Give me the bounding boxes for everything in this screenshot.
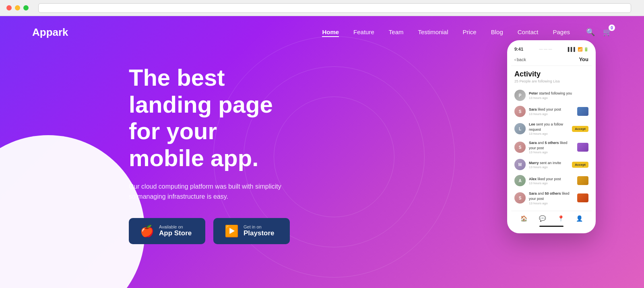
profile-nav-icon[interactable]: 👤 xyxy=(576,215,583,222)
avatar-alex: A xyxy=(514,175,526,186)
phone-nav-bar: ‹ back You xyxy=(511,55,592,66)
avatar-sara-3: S xyxy=(514,192,526,204)
phone-mockup-wrapper: 9:41 — — — ▌▌▌ 📶 🔋 ‹ back You Activity 2… xyxy=(507,40,596,233)
battery-icon: 🔋 xyxy=(584,47,588,51)
logo[interactable]: Appark xyxy=(32,26,68,39)
nav-item-testimonial[interactable]: Testimonial xyxy=(418,29,448,36)
thumb-3 xyxy=(577,176,588,185)
activity-item-5: M Marry sent an invite 13 hours ago Acce… xyxy=(511,156,592,173)
activity-item-2: S Sara liked your post 13 hours ago xyxy=(511,103,592,119)
home-nav-icon[interactable]: 🏠 xyxy=(520,215,527,222)
phone-bottom-nav: 🏠 💬 📍 👤 xyxy=(511,211,592,223)
home-indicator xyxy=(539,226,564,227)
nav-item-blog[interactable]: Blog xyxy=(491,29,503,36)
activity-text-1: Peter started following you 13 hours ago xyxy=(529,91,588,100)
appstore-text: Available on App Store xyxy=(159,224,192,237)
nav-item-contact[interactable]: Contact xyxy=(518,29,539,36)
playstore-button[interactable]: ▶️ Get in on Playstore xyxy=(213,218,290,244)
url-bar[interactable] xyxy=(38,3,631,13)
phone-time: 9:41 xyxy=(514,47,523,51)
activity-text-6: Alex liked your post 13 hours ago xyxy=(529,177,574,185)
avatar-sara-2: S xyxy=(514,142,526,153)
thumb-1 xyxy=(577,107,588,116)
wifi-icon: 📶 xyxy=(578,47,582,51)
traffic-light-yellow[interactable] xyxy=(15,5,20,10)
playstore-large-label: Playstore xyxy=(244,229,275,237)
hero-title: The best landing page for your mobile ap… xyxy=(129,64,282,172)
phone-you-label: You xyxy=(579,56,588,62)
hero-content: The best landing page for your mobile ap… xyxy=(0,48,314,244)
appstore-button[interactable]: 🍎 Available on App Store xyxy=(129,218,205,244)
nav-item-pages[interactable]: Pages xyxy=(553,29,570,36)
hero-subtitle: Our cloud computing platform was built w… xyxy=(129,181,282,202)
phone-status-bar: 9:41 — — — ▌▌▌ 📶 🔋 xyxy=(511,47,592,55)
thumb-2 xyxy=(577,143,588,152)
search-icon[interactable]: 🔍 xyxy=(586,28,595,37)
avatar-sara-1: S xyxy=(514,106,526,117)
traffic-light-green[interactable] xyxy=(23,5,29,10)
nav-item-feature[interactable]: Feature xyxy=(353,29,374,36)
activity-subtitle: 25 People are following Lisa xyxy=(511,79,592,87)
traffic-light-red[interactable] xyxy=(6,5,12,10)
hero-section: Appark Home Feature Team Testimonial Pri… xyxy=(0,16,644,288)
activity-text-2: Sara liked your post 13 hours ago xyxy=(529,107,574,116)
location-nav-icon[interactable]: 📍 xyxy=(557,215,564,222)
activity-item-4: S Sara and 5 others liked your post 13 h… xyxy=(511,138,592,156)
phone-status-icons: ▌▌▌ 📶 🔋 xyxy=(568,47,588,51)
cart-icon[interactable]: 🛒 0 xyxy=(603,28,612,37)
accept-button-1[interactable]: Accept xyxy=(572,126,588,132)
activity-text-7: Sara and 50 others liked your post 13 ho… xyxy=(529,191,574,205)
nav-item-price[interactable]: Price xyxy=(463,29,477,36)
activity-text-5: Marry sent an invite 13 hours ago xyxy=(529,160,569,169)
accept-button-2[interactable]: Accept xyxy=(572,162,588,168)
cta-buttons: 🍎 Available on App Store ▶️ Get in on Pl… xyxy=(129,218,282,244)
playstore-small-label: Get in on xyxy=(244,224,275,229)
avatar-peter: P xyxy=(514,90,526,101)
nav-item-home[interactable]: Home xyxy=(322,29,339,36)
activity-item-6: A Alex liked your post 13 hours ago xyxy=(511,173,592,189)
thumb-4 xyxy=(577,193,588,202)
appstore-large-label: App Store xyxy=(159,229,192,237)
phone-notch: — — — xyxy=(523,47,568,51)
activity-title: Activity xyxy=(511,70,592,79)
avatar-lee: L xyxy=(514,123,526,134)
activity-text-3: Lee sent you a follow request 13 hours a… xyxy=(529,122,569,136)
apple-icon: 🍎 xyxy=(140,224,154,238)
activity-item-7: S Sara and 50 others liked your post 13 … xyxy=(511,189,592,207)
phone-back-button[interactable]: ‹ back xyxy=(514,57,526,62)
playstore-icon: ▶️ xyxy=(225,224,239,238)
chat-nav-icon[interactable]: 💬 xyxy=(539,215,546,222)
playstore-text: Get in on Playstore xyxy=(244,224,275,237)
browser-chrome xyxy=(0,0,644,16)
nav-links: Home Feature Team Testimonial Price Blog… xyxy=(322,29,570,36)
nav-icons: 🔍 🛒 0 xyxy=(586,28,612,37)
avatar-marry: M xyxy=(514,159,526,170)
signal-icon: ▌▌▌ xyxy=(568,47,576,51)
activity-item-3: L Lee sent you a follow request 13 hours… xyxy=(511,119,592,138)
nav-item-team[interactable]: Team xyxy=(389,29,404,36)
phone-mockup: 9:41 — — — ▌▌▌ 📶 🔋 ‹ back You Activity 2… xyxy=(507,40,596,233)
activity-text-4: Sara and 5 others liked your post 13 hou… xyxy=(529,140,574,154)
appstore-small-label: Available on xyxy=(159,224,192,229)
activity-item-1: P Peter started following you 13 hours a… xyxy=(511,87,592,103)
cart-badge: 0 xyxy=(609,25,615,31)
